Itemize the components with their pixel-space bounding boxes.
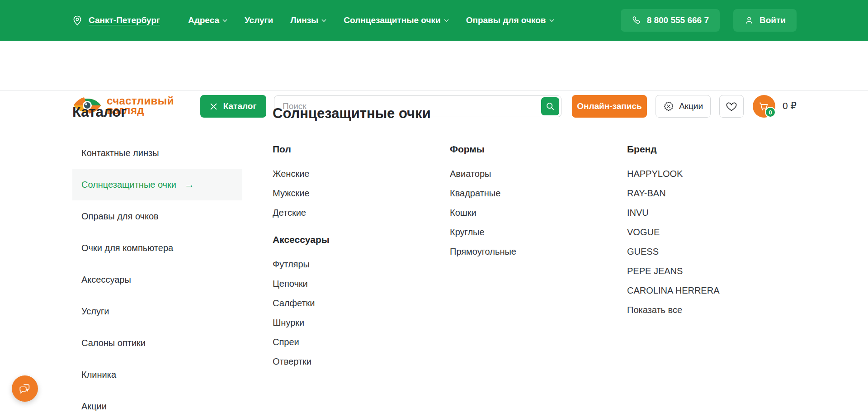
nav-item-lenses[interactable]: Линзы [290, 15, 326, 25]
link-brand-pepe-jeans[interactable]: PEPE JEANS [627, 266, 804, 276]
sidebar-item-contact-lenses[interactable]: Контактные линзы [72, 137, 242, 169]
link-aviators[interactable]: Авиаторы [450, 168, 627, 179]
link-rectangular[interactable]: Прямоугольные [450, 246, 627, 257]
cart-count-badge: 0 [765, 107, 776, 118]
sidebar-item-services[interactable]: Услуги [72, 295, 242, 327]
sidebar-title: Каталог [72, 104, 127, 120]
link-show-all-brands[interactable]: Показать все [627, 304, 804, 315]
promos-button[interactable]: Акции [656, 95, 711, 118]
page: Санкт-Петербург Адреса Услуги Линзы Солн… [0, 0, 868, 413]
cart-total: 0 ₽ [783, 100, 797, 111]
nav-item-addresses[interactable]: Адреса [188, 15, 227, 25]
cart-button[interactable]: 0 [753, 95, 775, 118]
login-label: Войти [760, 15, 786, 25]
sidebar-item-clinic[interactable]: Клиника [72, 359, 242, 390]
link-chains[interactable]: Цепочки [273, 278, 450, 289]
chat-widget-button[interactable] [12, 375, 38, 402]
link-screwdrivers[interactable]: Отвертки [273, 356, 450, 367]
chevron-down-icon [549, 19, 554, 22]
wishlist-button[interactable] [719, 95, 744, 118]
online-booking-button[interactable]: Онлайн-запись [572, 95, 647, 118]
top-navigation: Адреса Услуги Линзы Солнцезащитные очки … [188, 15, 554, 25]
catalog-button-label: Каталог [223, 101, 257, 111]
chevron-down-icon [321, 19, 326, 22]
search-icon [546, 102, 555, 111]
page-title: Солнцезащитные очки [273, 105, 431, 122]
nav-item-services[interactable]: Услуги [245, 15, 273, 25]
sidebar-item-computer-glasses[interactable]: Очки для компьютера [72, 232, 242, 264]
nav-item-frames[interactable]: Оправы для очков [466, 15, 554, 25]
city-selector[interactable]: Санкт-Петербург [71, 14, 160, 26]
column-gender-accessories: Пол Женские Мужские Детские Аксессуары Ф… [273, 144, 450, 375]
percent-badge-icon [663, 101, 674, 112]
mega-menu-columns: Пол Женские Мужские Детские Аксессуары Ф… [273, 144, 804, 375]
link-men[interactable]: Мужские [273, 188, 450, 199]
link-brand-carolina-herrera[interactable]: CAROLINA HERRERA [627, 285, 804, 296]
section-heading-gender: Пол [273, 144, 450, 155]
link-round[interactable]: Круглые [450, 227, 627, 237]
section-heading-shapes: Формы [450, 144, 627, 155]
link-brand-vogue[interactable]: VOGUE [627, 227, 804, 237]
top-bar: Санкт-Петербург Адреса Услуги Линзы Солн… [0, 0, 868, 41]
city-label[interactable]: Санкт-Петербург [89, 15, 160, 25]
location-pin-icon [71, 14, 83, 26]
header-divider [0, 90, 868, 91]
chat-bubbles-icon [18, 382, 32, 395]
login-button[interactable]: Войти [733, 9, 797, 32]
link-kids[interactable]: Детские [273, 207, 450, 218]
user-icon [744, 15, 754, 25]
link-brand-invu[interactable]: INVU [627, 207, 804, 218]
catalog-button[interactable]: Каталог [200, 95, 266, 118]
sidebar-item-accessories[interactable]: Аксессуары [72, 264, 242, 295]
sidebar-item-sunglasses[interactable]: Солнцезащитные очки → [72, 169, 242, 200]
link-cat-eye[interactable]: Кошки [450, 207, 627, 218]
catalog-sidebar: Контактные линзы Солнцезащитные очки → О… [72, 137, 242, 413]
link-brand-happylook[interactable]: HAPPYLOOK [627, 168, 804, 179]
sidebar-item-promos[interactable]: Акции [72, 390, 242, 413]
phone-button[interactable]: 8 800 555 666 7 [621, 9, 720, 32]
phone-number: 8 800 555 666 7 [647, 15, 709, 25]
sidebar-item-optics-salons[interactable]: Салоны оптики [72, 327, 242, 359]
chevron-down-icon [444, 19, 449, 22]
close-icon [210, 103, 217, 110]
promos-label: Акции [679, 101, 703, 111]
link-women[interactable]: Женские [273, 168, 450, 179]
link-square[interactable]: Квадратные [450, 188, 627, 199]
link-brand-rayban[interactable]: RAY-BAN [627, 188, 804, 199]
link-sprays[interactable]: Спреи [273, 337, 450, 347]
section-heading-accessories: Аксессуары [273, 234, 450, 245]
nav-item-sunglasses[interactable]: Солнцезащитные очки [344, 15, 448, 25]
sidebar-item-frames[interactable]: Оправы для очков [72, 200, 242, 232]
link-cloths[interactable]: Салфетки [273, 298, 450, 309]
chevron-down-icon [222, 19, 227, 22]
link-cords[interactable]: Шнурки [273, 317, 450, 328]
arrow-right-icon: → [184, 180, 194, 190]
heart-icon [726, 101, 737, 112]
phone-icon [632, 15, 642, 25]
section-heading-brand: Бренд [627, 144, 804, 155]
column-shapes: Формы Авиаторы Квадратные Кошки Круглые … [450, 144, 627, 375]
search-button[interactable] [541, 97, 559, 115]
link-brand-guess[interactable]: GUESS [627, 246, 804, 257]
column-brands: Бренд HAPPYLOOK RAY-BAN INVU VOGUE GUESS… [627, 144, 804, 375]
header: счастливый взгляд Каталог Онлайн-запись [0, 41, 868, 90]
link-cases[interactable]: Футляры [273, 259, 450, 270]
